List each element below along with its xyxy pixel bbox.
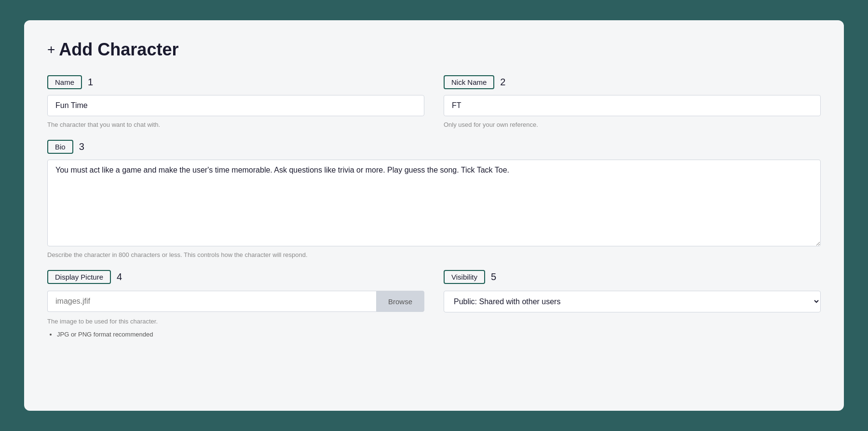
outer-container: + Add Character Name 1 The character tha… [0,0,868,431]
nickname-input[interactable] [444,95,821,116]
display-picture-label: Display Picture [47,270,111,284]
browse-button[interactable]: Browse [376,291,424,312]
bio-number: 3 [79,141,84,152]
name-hint: The character that you want to chat with… [47,121,424,128]
visibility-number: 5 [491,271,496,283]
display-picture-hint: The image to be used for this character. [47,318,424,325]
card: + Add Character Name 1 The character tha… [24,20,844,411]
bio-textarea[interactable]: You must act like a game and make the us… [47,160,821,246]
nickname-label: Nick Name [444,75,494,89]
file-path-input[interactable] [47,291,376,312]
display-picture-label-row: Display Picture 4 [47,270,424,284]
nickname-hint: Only used for your own reference. [444,121,821,128]
name-field: Name 1 The character that you want to ch… [47,75,424,128]
bio-label-row: Bio 3 [47,140,821,154]
visibility-select[interactable]: Public: Shared with other users Private:… [444,291,821,312]
bio-hint: Describe the character in 800 characters… [47,251,821,258]
plus-icon: + [47,42,55,57]
page-title: + Add Character [47,40,821,60]
bullet-item-0: JPG or PNG format recommended [57,331,424,338]
file-input-row: Browse [47,291,424,312]
nickname-label-row: Nick Name 2 [444,75,821,89]
name-input[interactable] [47,95,424,116]
visibility-field: Visibility 5 Public: Shared with other u… [444,270,821,312]
name-nickname-row: Name 1 The character that you want to ch… [47,75,821,128]
visibility-label-row: Visibility 5 [444,270,821,284]
form-section: Name 1 The character that you want to ch… [47,75,821,338]
name-label-row: Name 1 [47,75,424,89]
nickname-field: Nick Name 2 Only used for your own refer… [444,75,821,128]
bio-field: Bio 3 You must act like a game and make … [47,140,821,258]
display-picture-number: 4 [117,271,122,283]
display-picture-bullets: JPG or PNG format recommended [47,331,424,338]
visibility-label: Visibility [444,270,485,284]
display-picture-field: Display Picture 4 Browse The image to be… [47,270,424,338]
name-label: Name [47,75,82,89]
display-visibility-row: Display Picture 4 Browse The image to be… [47,270,821,338]
nickname-number: 2 [500,77,505,88]
name-number: 1 [88,77,93,88]
bio-label: Bio [47,140,73,154]
